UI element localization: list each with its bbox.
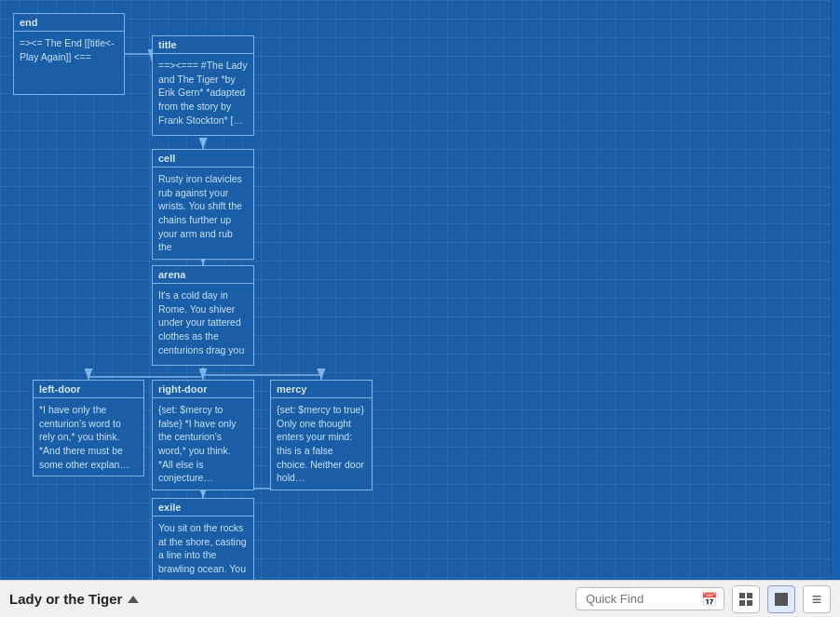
chevron-up-icon[interactable] — [128, 596, 139, 603]
list-view-button[interactable] — [767, 585, 795, 613]
arrows-overlay — [0, 0, 840, 580]
node-cell[interactable]: cell Rusty iron clavicles rub against yo… — [152, 149, 254, 260]
node-exile-body: You sit on the rocks at the shore, casti… — [153, 516, 253, 580]
node-cell-title: cell — [153, 150, 253, 168]
node-end-title: end — [14, 14, 124, 32]
svg-rect-8 — [747, 600, 752, 606]
more-button[interactable]: ≡ — [803, 585, 831, 613]
node-title-title: title — [153, 36, 253, 54]
node-left-door-body: *I have only the centurion's word to rel… — [34, 398, 143, 476]
story-title: Lady or the Tiger — [9, 591, 122, 607]
story-canvas[interactable]: end =><= The End [[title<-Play Again]] <… — [0, 0, 840, 580]
vertical-scrollbar[interactable] — [831, 0, 840, 580]
node-right-door[interactable]: right-door {set: $mercy to false} *I hav… — [152, 380, 254, 490]
node-title[interactable]: title ==><=== #The Lady and The Tiger *b… — [152, 35, 254, 136]
node-right-door-title: right-door — [153, 381, 253, 398]
node-exile-title: exile — [153, 499, 253, 516]
calendar-icon: 📅 — [701, 592, 717, 607]
node-right-door-body: {set: $mercy to false} *I have only the … — [153, 398, 253, 490]
svg-rect-5 — [739, 593, 745, 598]
node-title-body: ==><=== #The Lady and The Tiger *by Erik… — [153, 54, 253, 131]
node-mercy-body: {set: $mercy to true} Only one thought e… — [271, 398, 372, 490]
node-left-door-title: left-door — [34, 381, 143, 398]
bottom-right-section: 📅 ≡ — [576, 585, 831, 613]
node-end-body: =><= The End [[title<-Play Again]] <== — [14, 32, 124, 68]
svg-rect-11 — [775, 599, 781, 606]
svg-rect-12 — [781, 599, 788, 606]
bottom-bar: Lady or the Tiger 📅 ≡ — [0, 580, 840, 617]
node-cell-body: Rusty iron clavicles rub against your wr… — [153, 168, 253, 259]
node-arena-title: arena — [153, 266, 253, 284]
node-left-door[interactable]: left-door *I have only the centurion's w… — [33, 380, 144, 476]
node-mercy-title: mercy — [271, 381, 372, 398]
node-exile[interactable]: exile You sit on the rocks at the shore,… — [152, 498, 254, 580]
svg-rect-7 — [739, 600, 745, 606]
more-icon: ≡ — [812, 591, 822, 608]
svg-rect-9 — [775, 593, 781, 599]
svg-rect-6 — [747, 593, 752, 598]
grid-view-button[interactable] — [732, 585, 760, 613]
quick-find-wrapper: 📅 — [576, 587, 725, 610]
node-arena[interactable]: arena It's a cold day in Rome. You shive… — [152, 265, 254, 366]
node-mercy[interactable]: mercy {set: $mercy to true} Only one tho… — [270, 380, 373, 490]
node-end[interactable]: end =><= The End [[title<-Play Again]] <… — [13, 13, 125, 95]
svg-rect-10 — [781, 593, 788, 599]
bottom-left-section: Lady or the Tiger — [9, 591, 139, 607]
node-arena-body: It's a cold day in Rome. You shiver unde… — [153, 284, 253, 361]
